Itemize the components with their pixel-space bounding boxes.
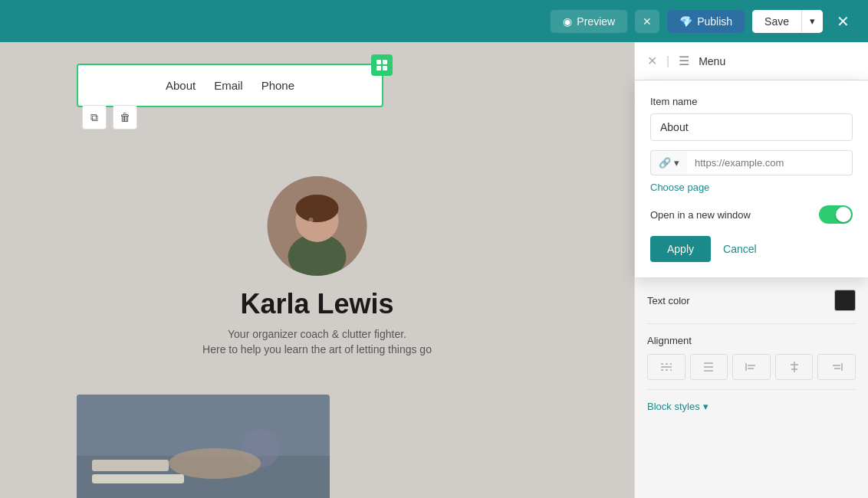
topbar: ◉ Preview ✕ 💎 Publish Save ▾ ✕ xyxy=(0,0,868,42)
block-styles-link[interactable]: Block styles ▾ xyxy=(647,401,856,412)
panel-header: ✕ | ☰ Menu xyxy=(635,42,868,80)
item-name-label: Item name xyxy=(650,96,853,107)
panel-content: Text color Alignment xyxy=(635,277,868,424)
profile-sub: Here to help you learn the art of lettin… xyxy=(202,343,432,355)
svg-rect-0 xyxy=(376,60,381,64)
gem-icon: 💎 xyxy=(679,15,692,28)
svg-rect-13 xyxy=(92,474,184,483)
popup-actions: Apply Cancel xyxy=(650,236,853,262)
close-button[interactable]: ✕ xyxy=(830,9,856,34)
align-right-button[interactable] xyxy=(817,354,856,380)
eye-icon: ◉ xyxy=(563,15,572,28)
profile-name: Karla Lewis xyxy=(202,288,432,320)
alignment-row xyxy=(647,354,856,380)
canvas-actions: ⧉ 🗑 xyxy=(82,105,137,129)
save-dropdown-button[interactable]: ▾ xyxy=(801,10,823,32)
nav-item-phone[interactable]: Phone xyxy=(261,79,294,92)
copy-button[interactable]: ⧉ xyxy=(82,105,107,129)
svg-rect-3 xyxy=(383,66,387,70)
wix-logo-icon: ✕ xyxy=(647,54,657,68)
save-group: Save ▾ xyxy=(752,10,823,33)
svg-rect-12 xyxy=(92,460,169,471)
nav-items: About Email Phone xyxy=(166,79,294,92)
divider xyxy=(647,323,856,324)
align-stack-button[interactable] xyxy=(690,354,728,380)
delete-button[interactable]: 🗑 xyxy=(113,105,137,129)
wix-button[interactable]: ✕ xyxy=(635,10,659,33)
close-icon: ✕ xyxy=(837,13,850,30)
canvas-image-svg xyxy=(77,395,330,498)
link-row: 🔗 ▾ xyxy=(650,150,853,175)
profile-tagline: Your organizer coach & clutter fighter. xyxy=(202,328,432,340)
publish-button[interactable]: 💎 Publish xyxy=(667,10,745,33)
new-window-toggle[interactable] xyxy=(819,205,853,224)
toggle-knob xyxy=(836,207,851,222)
text-color-label: Text color xyxy=(647,295,690,306)
save-label: Save xyxy=(764,15,789,28)
right-panel: ✕ | ☰ Menu Item name 🔗 ▾ Choose page Ope… xyxy=(634,42,868,498)
profile-section: Karla Lewis Your organizer coach & clutt… xyxy=(202,176,432,355)
wix-icon: ✕ xyxy=(643,15,652,28)
alignment-section: Alignment xyxy=(647,335,856,380)
color-swatch[interactable] xyxy=(834,290,856,311)
svg-rect-2 xyxy=(376,66,381,70)
svg-rect-1 xyxy=(383,60,387,64)
apply-button[interactable]: Apply xyxy=(650,236,711,262)
new-window-label: Open in a new window xyxy=(650,209,751,221)
edit-item-popup: Item name 🔗 ▾ Choose page Open in a new … xyxy=(635,80,868,277)
link-type-button[interactable]: 🔗 ▾ xyxy=(650,150,687,175)
divider-bar: | xyxy=(666,54,669,68)
svg-point-15 xyxy=(169,448,261,479)
save-button[interactable]: Save xyxy=(752,10,801,33)
avatar xyxy=(267,176,367,276)
block-styles-label: Block styles xyxy=(647,401,700,412)
preview-label: Preview xyxy=(577,15,615,28)
apply-label: Apply xyxy=(667,243,694,255)
publish-label: Publish xyxy=(697,15,732,28)
alignment-label: Alignment xyxy=(647,335,856,346)
new-window-row: Open in a new window xyxy=(650,205,853,224)
preview-button[interactable]: ◉ Preview xyxy=(551,10,627,33)
divider2 xyxy=(647,389,856,390)
canvas: About Email Phone ⧉ 🗑 xyxy=(0,42,634,498)
link-icon: 🔗 xyxy=(659,157,671,169)
svg-point-8 xyxy=(295,195,338,222)
canvas-image xyxy=(77,395,330,498)
link-url-input[interactable] xyxy=(687,150,853,175)
svg-point-9 xyxy=(308,218,313,222)
nav-item-email[interactable]: Email xyxy=(214,79,243,92)
cancel-button[interactable]: Cancel xyxy=(723,243,757,255)
align-left-button[interactable] xyxy=(732,354,771,380)
align-center-button[interactable] xyxy=(775,354,814,380)
text-color-row: Text color xyxy=(647,290,856,311)
item-name-input[interactable] xyxy=(650,113,853,141)
cancel-label: Cancel xyxy=(723,243,757,255)
chevron-right-icon: ▾ xyxy=(703,401,709,412)
menu-lines-icon: ☰ xyxy=(679,54,689,68)
nav-element[interactable]: About Email Phone xyxy=(77,64,383,107)
chevron-down-icon: ▾ xyxy=(674,157,679,169)
nav-item-about[interactable]: About xyxy=(166,79,196,92)
panel-menu-label: Menu xyxy=(699,55,725,67)
choose-page-link[interactable]: Choose page xyxy=(650,182,853,193)
align-spread-button[interactable] xyxy=(647,354,686,380)
main-area: About Email Phone ⧉ 🗑 xyxy=(0,42,868,498)
avatar-image xyxy=(267,176,367,276)
grid-icon[interactable] xyxy=(371,54,393,76)
